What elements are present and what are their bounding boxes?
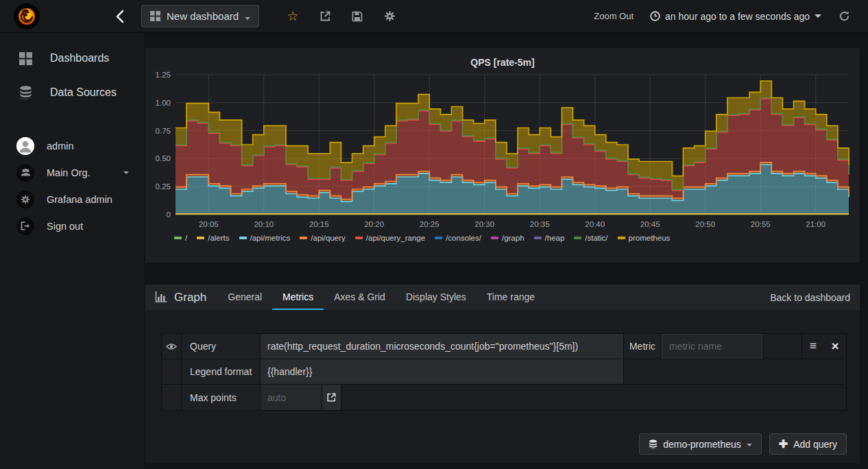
legend-item[interactable]: /graph [491, 234, 525, 242]
legend-label: prometheus [629, 234, 671, 242]
legend-color-dash [197, 237, 204, 239]
editor-tabbar: Graph General Metrics Axes & Grid Displa… [145, 285, 860, 310]
datasource-picker-button[interactable]: demo-prometheus [639, 433, 762, 455]
chevron-down-icon [245, 17, 250, 20]
legend-item[interactable]: /heap [534, 234, 565, 242]
metric-label: Metric [624, 334, 662, 359]
time-range-label: an hour ago to a few seconds ago [665, 11, 810, 22]
legend-label: / [185, 234, 187, 242]
query-row-spacer [763, 334, 802, 359]
tab-metrics[interactable]: Metrics [272, 285, 324, 310]
editor-panel-type: Graph [145, 285, 217, 310]
panel-title[interactable]: QPS [rate-5m] [145, 48, 860, 68]
users-icon [16, 164, 34, 182]
clock-icon [650, 11, 660, 21]
svg-text:20:20: 20:20 [364, 220, 384, 228]
legend-color-dash [491, 237, 498, 239]
legend-item[interactable]: /consoles/ [435, 234, 481, 242]
legend-item[interactable]: prometheus [618, 234, 671, 242]
legend-item[interactable]: /static/ [574, 234, 607, 242]
svg-text:20:25: 20:25 [420, 220, 439, 228]
legend-label: /static/ [585, 234, 607, 242]
star-icon[interactable]: ☆ [287, 10, 299, 23]
account-label: admin [47, 141, 74, 152]
svg-text:0: 0 [167, 211, 171, 219]
editor-panel-title: Graph [174, 291, 206, 304]
share-icon[interactable] [319, 10, 331, 23]
database-icon [649, 440, 658, 449]
svg-text:20:45: 20:45 [640, 220, 660, 228]
back-to-dashboard-link[interactable]: Back to dashboard [770, 285, 860, 310]
query-row: Query Metric ≡ × [162, 334, 846, 359]
sidebar: Dashboards Data Sources admin [0, 33, 144, 469]
main-content: QPS [rate-5m] 00.250.500.751.001.2520:05… [144, 33, 868, 469]
legend-color-dash [618, 237, 625, 239]
tab-axes-grid[interactable]: Axes & Grid [324, 285, 396, 310]
legend-item[interactable]: /api/query [300, 234, 346, 242]
max-points-input[interactable] [261, 385, 322, 410]
tab-time-range[interactable]: Time range [477, 285, 545, 310]
database-icon [19, 86, 32, 99]
save-icon[interactable] [351, 10, 363, 23]
metric-name-input[interactable] [662, 334, 762, 359]
legend-item[interactable]: / [174, 234, 187, 242]
query-label: Query [182, 334, 261, 359]
remove-query-button[interactable]: × [824, 334, 846, 359]
sidebar-item-admin[interactable]: admin [0, 132, 144, 159]
query-input[interactable] [261, 334, 623, 359]
eye-icon [166, 343, 177, 350]
legend-item[interactable]: /alerts [197, 234, 229, 242]
legend-label: /api/metrics [250, 234, 291, 242]
qps-chart: 00.250.500.751.001.2520:0520:1020:1520:2… [145, 69, 860, 234]
svg-text:20:10: 20:10 [254, 220, 274, 228]
zoom-out-button[interactable]: Zoom Out [594, 11, 634, 21]
refresh-icon[interactable] [838, 10, 850, 23]
time-range-picker[interactable]: an hour ago to a few seconds ago [650, 11, 821, 22]
legend-label: /alerts [208, 234, 229, 242]
max-points-link-button[interactable] [322, 385, 341, 410]
legend-format-input[interactable] [261, 359, 623, 384]
legend-item[interactable]: /api/query_range [355, 234, 425, 242]
svg-text:20:35: 20:35 [530, 220, 550, 228]
svg-text:0.50: 0.50 [156, 154, 171, 163]
svg-text:0.25: 0.25 [156, 182, 171, 191]
sidebar-item-sign-out[interactable]: Sign out [0, 213, 144, 239]
tab-display-styles[interactable]: Display Styles [396, 285, 477, 310]
legend-color-dash [574, 237, 581, 239]
query-menu-button[interactable]: ≡ [802, 334, 824, 359]
svg-text:1.25: 1.25 [156, 71, 171, 79]
svg-text:20:30: 20:30 [474, 220, 494, 228]
plus-icon: ✚ [779, 437, 788, 450]
back-chevron-icon[interactable] [115, 10, 125, 23]
gear-icon[interactable] [383, 10, 396, 23]
sidebar-item-label: Dashboards [50, 52, 109, 64]
account-label: Sign out [47, 221, 83, 232]
avatar [16, 137, 34, 155]
dashboard-picker-button[interactable]: New dashboard [141, 5, 259, 27]
grafana-logo[interactable] [14, 3, 40, 29]
sidebar-item-dashboards[interactable]: Dashboards [0, 41, 144, 75]
account-label: Main Org. [47, 167, 91, 178]
chevron-down-icon [815, 14, 821, 18]
grid-icon [150, 11, 160, 21]
legend-item[interactable]: /api/metrics [239, 234, 291, 242]
row-spacer-cell [162, 359, 182, 384]
svg-text:20:50: 20:50 [695, 220, 715, 228]
sidebar-item-grafana-admin[interactable]: Grafana admin [0, 186, 144, 213]
account-label: Grafana admin [47, 194, 112, 205]
sidebar-item-main-org[interactable]: Main Org. [0, 159, 144, 186]
sidebar-item-data-sources[interactable]: Data Sources [0, 75, 144, 110]
qps-chart-svg: 00.250.500.751.001.2520:0520:1020:1520:2… [145, 69, 856, 234]
toggle-visibility-button[interactable] [162, 334, 182, 359]
svg-text:1.00: 1.00 [156, 99, 171, 107]
grid-icon [19, 52, 32, 65]
chevron-down-icon [747, 444, 752, 446]
legend-row-spacer [624, 359, 846, 384]
legend-color-dash [300, 237, 307, 239]
tab-general[interactable]: General [217, 285, 272, 310]
graph-panel: QPS [rate-5m] 00.250.500.751.001.2520:05… [145, 48, 860, 263]
graph-editor-panel: Graph General Metrics Axes & Grid Displa… [145, 285, 860, 464]
svg-text:20:15: 20:15 [309, 220, 329, 228]
add-query-button[interactable]: ✚ Add query [769, 433, 847, 455]
svg-text:20:05: 20:05 [199, 220, 219, 228]
